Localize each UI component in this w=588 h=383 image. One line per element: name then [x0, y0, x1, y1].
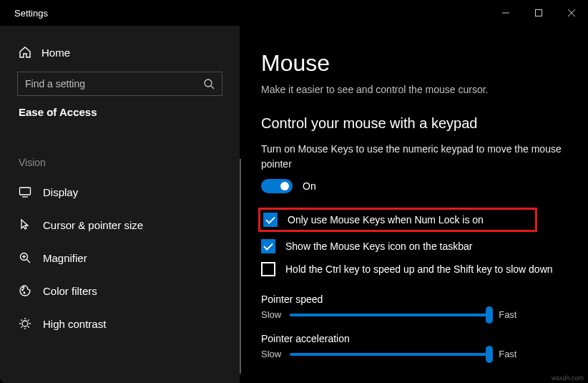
sidebar-item-display[interactable]: Display [0, 175, 240, 208]
svg-rect-1 [536, 10, 542, 16]
home-label: Home [41, 47, 70, 59]
pointer-accel-slider[interactable] [290, 353, 490, 356]
slider-max-label: Fast [499, 309, 516, 320]
sidebar-item-label: Magnifier [43, 252, 87, 264]
slider-min-label: Slow [261, 309, 281, 320]
sidebar-item-label: Color filters [43, 285, 97, 297]
svg-line-23 [28, 320, 29, 321]
checkbox-label: Hold the Ctrl key to speed up and the Sh… [285, 263, 553, 275]
slider-max-label: Fast [499, 349, 516, 359]
checkbox-label: Show the Mouse Keys icon on the taskbar [285, 241, 472, 252]
maximize-button[interactable] [522, 1, 555, 24]
sidebar: Home Ease of Access Vision Display Curso… [0, 26, 240, 383]
svg-line-21 [28, 326, 29, 328]
contrast-icon [19, 317, 31, 330]
palette-icon [19, 284, 31, 297]
mouse-keys-toggle[interactable] [261, 179, 293, 193]
sidebar-item-high-contrast[interactable]: High contrast [0, 307, 240, 340]
svg-point-14 [24, 292, 25, 294]
section-desc: Turn on Mouse Keys to use the numeric ke… [261, 142, 562, 172]
check-row-taskbar-icon: Show the Mouse Keys icon on the taskbar [261, 235, 568, 258]
slider-min-label: Slow [261, 349, 281, 359]
window-title: Settings [14, 8, 48, 19]
svg-line-20 [21, 320, 23, 321]
sidebar-item-label: Cursor & pointer size [43, 219, 143, 231]
section-title: Ease of Access [0, 106, 240, 131]
svg-line-9 [27, 260, 31, 263]
search-input[interactable] [25, 78, 203, 89]
search-icon [203, 78, 215, 89]
sidebar-item-label: High contrast [43, 318, 106, 330]
slider-label-speed: Pointer speed [261, 294, 568, 305]
sidebar-item-magnifier[interactable]: Magnifier [0, 241, 240, 274]
checkbox-label: Only use Mouse Keys when Num Lock is on [288, 214, 484, 226]
search-box[interactable] [17, 72, 222, 96]
svg-point-4 [205, 79, 212, 87]
minimize-button[interactable] [489, 1, 522, 24]
section-heading: Control your mouse with a keypad [261, 115, 568, 132]
svg-point-12 [22, 289, 24, 291]
svg-point-15 [22, 321, 28, 326]
group-label-vision: Vision [0, 131, 240, 175]
display-icon [19, 185, 31, 198]
page-title: Mouse [261, 50, 568, 77]
titlebar: Settings [0, 0, 588, 26]
home-nav[interactable]: Home [0, 39, 240, 66]
toggle-state-label: On [303, 180, 316, 192]
home-icon [19, 46, 31, 59]
svg-line-22 [21, 326, 23, 328]
page-subtitle: Make it easier to see and control the mo… [261, 84, 568, 95]
slider-label-accel: Pointer acceleration [261, 333, 568, 344]
sidebar-item-label: Display [43, 186, 78, 198]
checkbox-ctrl-shift[interactable] [261, 262, 275, 276]
main-panel: Mouse Make it easier to see and control … [240, 26, 588, 383]
svg-point-13 [23, 287, 24, 289]
check-row-numlock: Only use Mouse Keys when Num Lock is on [258, 208, 537, 232]
sidebar-item-cursor[interactable]: Cursor & pointer size [0, 208, 240, 241]
svg-line-5 [211, 86, 214, 89]
checkbox-numlock[interactable] [263, 213, 278, 227]
magnifier-icon [19, 251, 31, 264]
close-button[interactable] [555, 1, 588, 24]
watermark: wsxdn.com [552, 374, 584, 382]
cursor-icon [19, 218, 31, 231]
pointer-speed-slider[interactable] [290, 314, 490, 316]
check-row-ctrl-shift: Hold the Ctrl key to speed up and the Sh… [261, 258, 568, 281]
checkbox-taskbar-icon[interactable] [261, 239, 275, 253]
sidebar-item-color-filters[interactable]: Color filters [0, 274, 240, 307]
svg-rect-6 [20, 188, 31, 195]
